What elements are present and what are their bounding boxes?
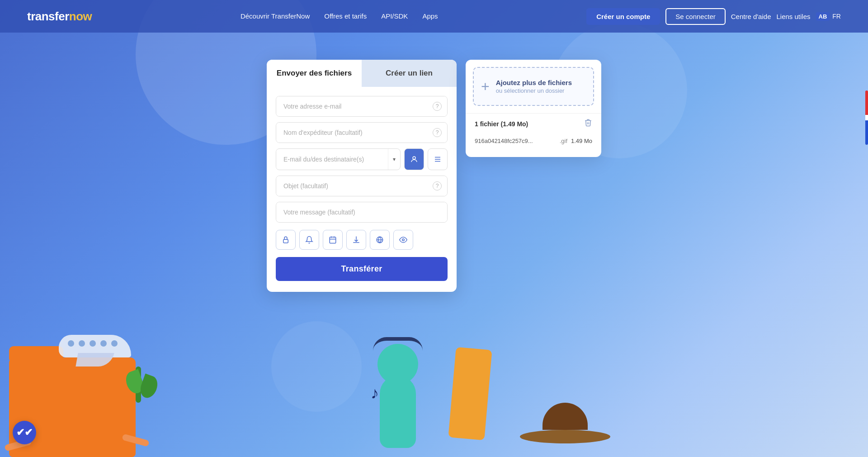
recipients-dropdown[interactable]: ▾	[388, 149, 400, 170]
help-link[interactable]: Centre d'aide	[731, 13, 771, 20]
svg-rect-5	[330, 237, 336, 243]
file-item: 916a042148fc257c9... .gif 1.49 Mo	[466, 134, 601, 148]
recipients-row: ▾	[276, 148, 448, 170]
main-content: Envoyer des fichiers Créer un lien ? ? ▾	[0, 33, 868, 292]
svg-point-0	[413, 157, 415, 159]
file-ext: .gif	[560, 138, 567, 144]
email-input-row: ?	[276, 96, 448, 117]
calendar-option-button[interactable]	[323, 230, 343, 250]
delete-all-button[interactable]	[584, 118, 592, 129]
upload-main-text: Ajoutez plus de fichiers	[496, 79, 572, 86]
lock-option-button[interactable]	[276, 230, 296, 250]
form-tabs: Envoyer des fichiers Créer un lien	[267, 60, 457, 87]
navbar: transfernow Découvrir TransferNow Offres…	[0, 0, 868, 33]
tab-create-link[interactable]: Créer un lien	[362, 60, 457, 87]
brand-logo[interactable]: transfernow	[27, 10, 92, 24]
globe-option-button[interactable]	[370, 230, 390, 250]
login-button[interactable]: Se connecter	[665, 8, 725, 25]
message-input[interactable]	[276, 202, 447, 222]
create-account-button[interactable]: Créer un compte	[586, 8, 660, 25]
svg-rect-4	[283, 239, 288, 243]
links-utiles[interactable]: Liens utiles	[776, 13, 810, 20]
lang-label: FR	[832, 13, 841, 20]
transfer-button[interactable]: Transférer	[276, 257, 448, 281]
language-selector[interactable]: AB FR	[816, 12, 841, 21]
brand-name-part2: now	[69, 10, 92, 23]
upload-text: Ajoutez plus de fichiers ou sélectionner…	[496, 79, 572, 94]
navbar-actions: Créer un compte Se connecter Centre d'ai…	[586, 8, 841, 25]
upload-sub-text: ou sélectionner un dossier	[496, 87, 572, 94]
nav-item-apps[interactable]: Apps	[422, 12, 438, 20]
email-input[interactable]	[276, 96, 447, 116]
subject-input-row: ?	[276, 176, 448, 196]
nav-item-api[interactable]: API/SDK	[381, 12, 408, 20]
contacts-icon-button[interactable]	[404, 148, 424, 170]
sender-input-row: ?	[276, 122, 448, 143]
email-hint-icon[interactable]: ?	[433, 102, 442, 111]
tab-send-files[interactable]: Envoyer des fichiers	[267, 60, 362, 87]
file-summary: 1 fichier (1.49 Mo)	[466, 113, 601, 134]
file-name: 916a042148fc257c9...	[475, 138, 556, 144]
upload-area[interactable]: + Ajoutez plus de fichiers ou sélectionn…	[473, 67, 594, 106]
bell-option-button[interactable]	[299, 230, 319, 250]
recipients-input-wrap: ▾	[276, 148, 401, 170]
recipients-input[interactable]	[276, 149, 388, 169]
nav-item-offers[interactable]: Offres et tarifs	[324, 12, 367, 20]
sender-input[interactable]	[276, 123, 447, 143]
subject-input[interactable]	[276, 176, 447, 196]
eye-option-button[interactable]	[393, 230, 413, 250]
nav-links: Découvrir TransferNow Offres et tarifs A…	[241, 12, 438, 20]
nav-item-discover[interactable]: Découvrir TransferNow	[241, 12, 310, 20]
plus-icon: +	[481, 79, 490, 94]
file-panel: + Ajoutez plus de fichiers ou sélectionn…	[466, 60, 601, 157]
sender-hint-icon[interactable]: ?	[433, 128, 442, 137]
download-option-button[interactable]	[346, 230, 366, 250]
lang-badge-icon: AB	[816, 12, 830, 21]
svg-point-11	[402, 239, 405, 241]
file-count-label: 1 fichier (1.49 Mo)	[475, 120, 528, 128]
brand-name-part1: transfer	[27, 10, 69, 23]
list-icon-button[interactable]	[428, 148, 448, 170]
form-body: ? ? ▾	[267, 87, 457, 292]
bottom-badge-button[interactable]: ✔✔	[13, 421, 36, 444]
form-panel: Envoyer des fichiers Créer un lien ? ? ▾	[267, 60, 457, 292]
bg-circle-3	[271, 321, 362, 412]
double-check-icon: ✔✔	[16, 427, 33, 438]
message-input-row	[276, 202, 448, 223]
file-size: 1.49 Mo	[571, 138, 592, 144]
subject-hint-icon[interactable]: ?	[433, 181, 442, 190]
options-icons	[276, 230, 448, 250]
